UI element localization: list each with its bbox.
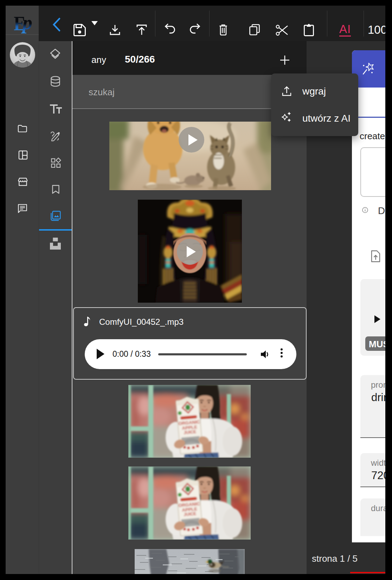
svg-text:p: p: [21, 14, 32, 33]
